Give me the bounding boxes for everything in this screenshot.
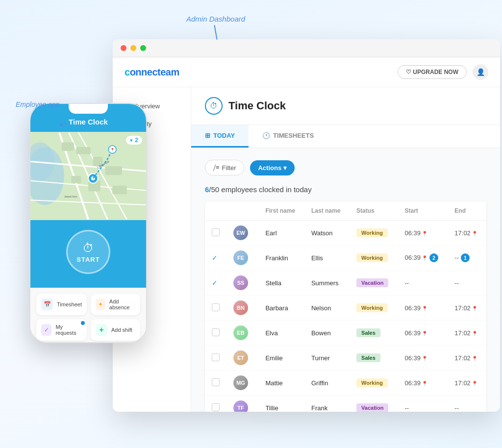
pin-icon: 📍 bbox=[422, 231, 427, 236]
status-badge: Sales bbox=[356, 328, 380, 337]
td-avatar: SS bbox=[226, 271, 258, 296]
upgrade-button[interactable]: ♡ UPGRADE NOW bbox=[398, 65, 467, 79]
td-avatar: EW bbox=[226, 221, 258, 246]
my-requests-label: My requests bbox=[55, 324, 82, 336]
td-checkbox[interactable] bbox=[205, 321, 226, 346]
pin-icon-end: 📍 bbox=[472, 356, 477, 361]
pin-icon-end: 📍 bbox=[472, 231, 477, 236]
table-row[interactable]: ET Emilie Turner Sales 06:39📍 17:02📍 bbox=[205, 346, 486, 371]
phone: Time Clock bbox=[29, 103, 147, 343]
avatar: ET bbox=[233, 350, 248, 365]
th-end: End bbox=[448, 201, 486, 221]
dot-red[interactable] bbox=[121, 45, 126, 51]
td-checkbox[interactable]: ✓ bbox=[205, 246, 226, 271]
td-firstname: Franklin bbox=[258, 246, 304, 271]
td-firstname: Tillie bbox=[258, 396, 304, 412]
page-header: ⏱ Time Clock bbox=[191, 87, 500, 125]
timesheet-action[interactable]: 📅 Timesheet bbox=[36, 294, 87, 315]
table-row[interactable]: ✓ SS Stella Summers Vacation -- -- bbox=[205, 271, 486, 296]
table-row[interactable]: ✓ FE Franklin Ellis Working 06:39📍2 --1 bbox=[205, 246, 486, 271]
dot-yellow[interactable] bbox=[130, 45, 136, 51]
td-status: Working bbox=[350, 246, 398, 271]
user-avatar[interactable]: 👤 bbox=[473, 64, 488, 80]
td-status: Sales bbox=[350, 321, 398, 346]
tab-today-label: TODAY bbox=[213, 132, 235, 139]
pin-icon: 📍 bbox=[422, 331, 427, 336]
filter-button[interactable]: ⧸≡ Filter bbox=[205, 160, 244, 175]
table-row[interactable]: EB Elva Bowen Sales 06:39📍 17:02📍 bbox=[205, 321, 486, 346]
data-table: First name Last name Status Start End EW bbox=[205, 201, 486, 412]
my-requests-icon: ✓ bbox=[41, 324, 51, 336]
td-status: Sales bbox=[350, 346, 398, 371]
end-time: -- bbox=[454, 254, 459, 261]
td-avatar: EB bbox=[226, 321, 258, 346]
end-time: 17:02 bbox=[454, 229, 471, 237]
td-checkbox[interactable] bbox=[205, 371, 226, 396]
tab-today[interactable]: ⊞ TODAY bbox=[191, 125, 249, 148]
clock-icon: ⏱ bbox=[205, 97, 223, 115]
phone-start-area[interactable]: ⏱ START bbox=[30, 220, 146, 288]
tabs-bar: ⊞ TODAY 🕐 TIMESHEETS bbox=[191, 125, 500, 148]
td-start: 06:39📍2 bbox=[398, 246, 448, 271]
employee-count: 6/50 employees clocked in today bbox=[205, 185, 486, 194]
add-absence-action[interactable]: ✦ Add absence bbox=[91, 294, 140, 315]
avatar: EB bbox=[233, 325, 248, 340]
tab-timesheets[interactable]: 🕐 TIMESHEETS bbox=[249, 125, 327, 148]
td-end: -- bbox=[448, 271, 486, 296]
table-row[interactable]: EW Earl Watson Working 06:39📍 17:02📍 bbox=[205, 221, 486, 246]
td-lastname: Bowen bbox=[304, 321, 350, 346]
start-time: -- bbox=[404, 404, 409, 412]
td-checkbox[interactable] bbox=[205, 221, 226, 246]
td-status: Vacation bbox=[350, 271, 398, 296]
start-button[interactable]: ⏱ START bbox=[66, 230, 110, 274]
td-checkbox[interactable] bbox=[205, 296, 226, 321]
map-badge-count: 2 bbox=[135, 137, 138, 144]
pin-icon: 📍 bbox=[422, 255, 427, 261]
check-unchecked bbox=[212, 353, 220, 361]
add-absence-icon: ✦ bbox=[96, 299, 105, 310]
main-content: ⏱ Time Clock ⊞ TODAY 🕐 TIMESHEETS bbox=[191, 87, 500, 412]
tab-timesheets-label: TIMESHEETS bbox=[273, 132, 314, 139]
map-badge: ▾ 2 bbox=[126, 136, 142, 145]
td-end: 17:02📍 bbox=[448, 321, 486, 346]
phone-bottom-grid: 📅 Timesheet ✦ Add absence ✓ My requests … bbox=[30, 288, 146, 343]
td-lastname: Frank bbox=[304, 396, 350, 412]
table-row[interactable]: MG Mattie Griffin Working 06:39📍 17:02📍 bbox=[205, 371, 486, 396]
start-time: 06:39 bbox=[404, 329, 421, 337]
my-requests-action[interactable]: ✓ My requests bbox=[36, 319, 87, 341]
dot-green[interactable] bbox=[140, 45, 146, 51]
filter-label: Filter bbox=[222, 164, 236, 172]
td-lastname: Nelson bbox=[304, 296, 350, 321]
td-start: 06:39📍 bbox=[398, 296, 448, 321]
td-checkbox[interactable]: ✓ bbox=[205, 271, 226, 296]
actions-label: Actions ▾ bbox=[258, 164, 286, 172]
td-avatar: MG bbox=[226, 371, 258, 396]
td-checkbox[interactable] bbox=[205, 346, 226, 371]
svg-rect-15 bbox=[72, 176, 81, 183]
check-unchecked bbox=[212, 228, 220, 236]
td-status: Vacation bbox=[350, 396, 398, 412]
td-start: -- bbox=[398, 396, 448, 412]
table-row[interactable]: TF Tillie Frank Vacation -- -- bbox=[205, 396, 486, 412]
employee-count-text: employees clocked in today bbox=[219, 185, 311, 194]
end-time: 17:02 bbox=[454, 329, 471, 337]
filter-icon: ⧸≡ bbox=[213, 164, 220, 172]
add-absence-label: Add absence bbox=[109, 299, 135, 310]
phone-wrapper: Time Clock bbox=[29, 103, 147, 343]
td-firstname: Earl bbox=[258, 221, 304, 246]
start-time: 06:39 bbox=[404, 229, 421, 237]
timesheet-label: Timesheet bbox=[57, 301, 82, 307]
status-badge: Sales bbox=[356, 353, 380, 362]
end-time: 17:02 bbox=[454, 304, 471, 312]
end-time: 17:02 bbox=[454, 354, 471, 362]
td-checkbox[interactable] bbox=[205, 396, 226, 412]
status-badge: Working bbox=[356, 303, 388, 312]
start-time: 06:39 bbox=[404, 354, 421, 362]
check-checked-icon: ✓ bbox=[212, 254, 218, 262]
table-row[interactable]: BN Barbara Nelson Working 06:39📍 17:02📍 bbox=[205, 296, 486, 321]
actions-button[interactable]: Actions ▾ bbox=[250, 160, 294, 175]
pin-icon-end: 📍 bbox=[472, 306, 477, 311]
add-shift-action[interactable]: + Add shift bbox=[91, 319, 140, 341]
td-firstname: Emilie bbox=[258, 346, 304, 371]
td-lastname: Watson bbox=[304, 221, 350, 246]
